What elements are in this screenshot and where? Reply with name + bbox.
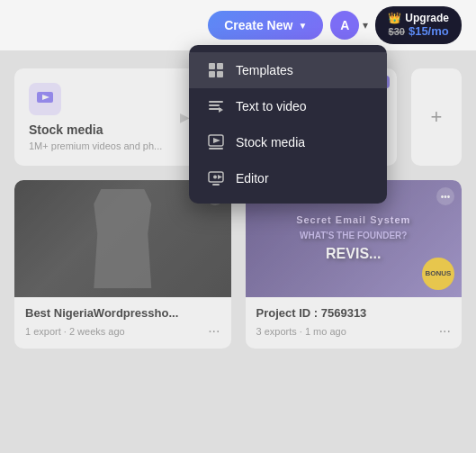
avatar-button[interactable]: A bbox=[330, 11, 359, 40]
price-new: $15/mo bbox=[409, 24, 449, 39]
upgrade-button[interactable]: 👑 Upgrade $30 $15/mo bbox=[375, 6, 462, 44]
svg-rect-0 bbox=[209, 63, 215, 69]
svg-rect-3 bbox=[217, 71, 223, 77]
crown-icon: 👑 bbox=[388, 12, 401, 24]
stock-media-label: Stock media bbox=[236, 135, 305, 149]
svg-rect-4 bbox=[209, 101, 223, 103]
svg-rect-1 bbox=[217, 63, 223, 69]
editor-icon bbox=[207, 169, 225, 187]
grid-icon bbox=[207, 61, 225, 79]
create-new-button[interactable]: Create New ▼ bbox=[208, 11, 323, 40]
dropdown-menu: Templates Text to video Stock media bbox=[189, 45, 387, 204]
svg-point-12 bbox=[213, 176, 217, 179]
svg-marker-13 bbox=[218, 175, 222, 179]
svg-rect-5 bbox=[209, 104, 220, 106]
editor-label: Editor bbox=[236, 171, 269, 186]
upgrade-label: Upgrade bbox=[405, 12, 449, 24]
svg-rect-14 bbox=[212, 184, 220, 186]
svg-marker-9 bbox=[213, 138, 220, 143]
templates-label: Templates bbox=[236, 63, 293, 77]
avatar-chevron-icon[interactable]: ▾ bbox=[363, 19, 368, 32]
svg-rect-2 bbox=[209, 71, 215, 77]
svg-marker-7 bbox=[219, 107, 223, 113]
create-new-label: Create New bbox=[224, 18, 292, 32]
text-icon bbox=[207, 97, 225, 115]
text-to-video-label: Text to video bbox=[236, 99, 307, 113]
dropdown-item-templates[interactable]: Templates bbox=[189, 52, 387, 88]
avatar-letter: A bbox=[340, 18, 349, 32]
stock-media-icon bbox=[207, 133, 225, 151]
svg-rect-10 bbox=[209, 148, 223, 149]
chevron-down-icon: ▼ bbox=[298, 21, 307, 31]
dropdown-item-text-to-video[interactable]: Text to video bbox=[189, 88, 387, 124]
topbar: Create New ▼ A ▾ 👑 Upgrade $30 $15/mo bbox=[0, 0, 476, 50]
dropdown-item-stock-media[interactable]: Stock media bbox=[189, 124, 387, 160]
price-old: $30 bbox=[389, 26, 405, 38]
dropdown-item-editor[interactable]: Editor bbox=[189, 160, 387, 196]
